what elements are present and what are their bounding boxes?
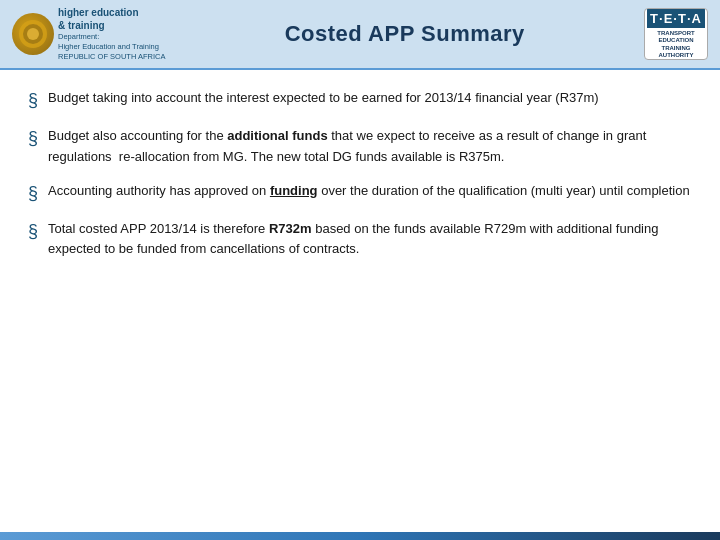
bold-funding: funding xyxy=(270,183,318,198)
bullet-item-1: § Budget taking into account the interes… xyxy=(28,88,692,112)
bullet-symbol-3: § xyxy=(28,182,38,205)
teta-logo: T·E·T·A TRANSPORT EDUCATION TRAINING AUT… xyxy=(644,8,708,60)
dept-logo: higher education & training Department: … xyxy=(12,6,166,61)
dept-emblem xyxy=(12,13,54,55)
header: higher education & training Department: … xyxy=(0,0,720,70)
bullet-text-1: Budget taking into account the interest … xyxy=(48,88,599,108)
dept-sub1: Department: xyxy=(58,32,166,42)
dept-sub3: REPUBLIC OF SOUTH AFRICA xyxy=(58,52,166,62)
bullet-item-3: § Accounting authority has approved on f… xyxy=(28,181,692,205)
content-area: § Budget taking into account the interes… xyxy=(0,70,720,532)
dept-name-line2: & training xyxy=(58,19,166,32)
dept-name-line1: higher education xyxy=(58,6,166,19)
bold-r732m: R732m xyxy=(269,221,312,236)
teta-subtitle: TRANSPORT EDUCATION TRAINING AUTHORITY xyxy=(647,30,705,59)
bullet-text-3: Accounting authority has approved on fun… xyxy=(48,181,690,201)
left-logos: higher education & training Department: … xyxy=(12,6,166,61)
bullet-item-4: § Total costed APP 2013/14 is therefore … xyxy=(28,219,692,259)
dept-sub2: Higher Education and Training xyxy=(58,42,166,52)
page: higher education & training Department: … xyxy=(0,0,720,540)
footer-bar xyxy=(0,532,720,540)
bullet-item-2: § Budget also accounting for the additio… xyxy=(28,126,692,166)
bullet-text-4: Total costed APP 2013/14 is therefore R7… xyxy=(48,219,692,259)
bullet-text-2: Budget also accounting for the additiona… xyxy=(48,126,692,166)
dept-text: higher education & training Department: … xyxy=(58,6,166,61)
bold-additional-funds: additional funds xyxy=(227,128,327,143)
bullet-symbol-4: § xyxy=(28,220,38,243)
page-title: Costed APP Summary xyxy=(166,21,644,47)
bullet-symbol-2: § xyxy=(28,127,38,150)
svg-point-2 xyxy=(27,28,39,40)
teta-acronym: T·E·T·A xyxy=(647,9,705,28)
bullet-symbol-1: § xyxy=(28,89,38,112)
